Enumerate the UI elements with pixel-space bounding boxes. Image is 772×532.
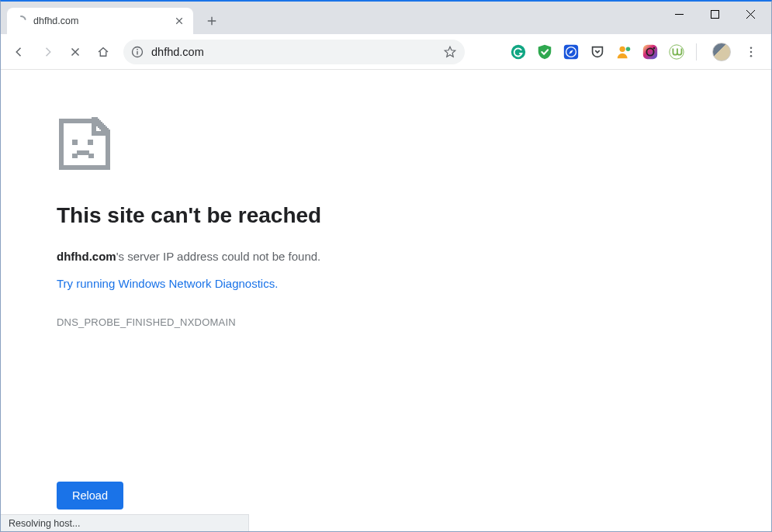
svg-point-13 [750, 47, 753, 49]
window-controls [661, 2, 768, 26]
page-content: This site can't be reached dhfhd.com's s… [1, 70, 771, 531]
adguard-icon[interactable] [536, 43, 553, 60]
person-ext-icon[interactable] [615, 43, 632, 60]
svg-point-4 [511, 44, 525, 58]
safari-ext-icon[interactable] [563, 43, 580, 60]
reload-button[interactable]: Reload [57, 482, 123, 510]
status-bar: Resolving host... [1, 514, 249, 531]
svg-rect-16 [72, 140, 78, 145]
url-input[interactable] [151, 46, 435, 58]
svg-point-7 [620, 46, 625, 51]
browser-menu-button[interactable] [740, 41, 762, 63]
back-button[interactable] [7, 40, 32, 64]
profile-avatar[interactable] [712, 43, 731, 61]
site-info-icon[interactable] [131, 46, 144, 58]
svg-rect-19 [77, 150, 89, 155]
svg-rect-18 [72, 154, 78, 158]
error-message: dhfhd.com's server IP address could not … [57, 250, 771, 263]
error-domain: dhfhd.com [57, 250, 116, 263]
error-message-suffix: 's server IP address could not be found. [116, 250, 321, 263]
svg-point-15 [750, 54, 753, 57]
svg-rect-3 [137, 49, 137, 50]
tab-close-icon[interactable] [173, 15, 185, 27]
address-bar[interactable] [123, 40, 465, 64]
error-code: DNS_PROBE_FINISHED_NXDOMAIN [57, 316, 771, 328]
instagram-ext-icon[interactable] [642, 43, 659, 60]
status-text: Resolving host... [9, 518, 80, 529]
svg-point-14 [750, 50, 753, 53]
svg-rect-9 [643, 44, 657, 58]
svg-rect-2 [137, 51, 137, 55]
browser-tab[interactable]: dhfhd.com [7, 8, 193, 34]
tab-loading-spinner-icon [15, 15, 27, 27]
forward-button[interactable] [35, 40, 60, 64]
error-heading: This site can't be reached [57, 203, 771, 228]
bookmark-star-icon[interactable] [443, 45, 457, 59]
extensions-area [510, 41, 765, 63]
svg-rect-17 [88, 140, 93, 145]
titlebar: dhfhd.com [1, 2, 771, 34]
home-button[interactable] [91, 40, 116, 64]
window-close-button[interactable] [732, 2, 768, 26]
utorrent-ext-icon[interactable] [668, 43, 685, 60]
window-maximize-button[interactable] [697, 2, 732, 26]
svg-point-8 [626, 47, 631, 51]
diagnostics-link[interactable]: Try running Windows Network Diagnostics [57, 277, 275, 290]
svg-rect-0 [711, 10, 718, 18]
stop-button[interactable] [63, 40, 88, 64]
new-tab-button[interactable] [201, 10, 223, 32]
diagnostics-period: . [275, 277, 278, 290]
pocket-icon[interactable] [589, 43, 606, 60]
svg-rect-20 [88, 154, 94, 158]
error-page-icon [57, 116, 113, 172]
window-minimize-button[interactable] [661, 2, 697, 26]
extension-separator [696, 43, 697, 60]
svg-point-11 [653, 47, 655, 48]
toolbar [1, 34, 771, 70]
tab-title: dhfhd.com [33, 16, 167, 26]
diagnostics-row: Try running Windows Network Diagnostics. [57, 277, 771, 316]
grammarly-icon[interactable] [510, 43, 527, 60]
